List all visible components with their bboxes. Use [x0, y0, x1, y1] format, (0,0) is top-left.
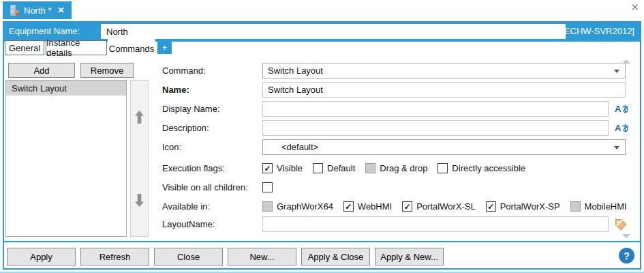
description-row: Description: A	[162, 120, 629, 136]
apply-button[interactable]: Apply	[7, 248, 76, 265]
checkbox-mobilehmi[interactable]: MobileHMI	[570, 201, 627, 212]
command-dropdown-value: Switch Layout	[268, 66, 323, 76]
layout-name-input[interactable]	[262, 216, 609, 232]
execution-flags-row: Execution flags: Visible Default Drag	[162, 160, 525, 176]
tab-commands-label: Commands	[109, 44, 154, 54]
tab-instance-details-label: Instance details	[46, 38, 106, 58]
visible-on-all-children-label: Visible on all children:	[162, 182, 262, 192]
display-name-row: Display Name: A	[162, 101, 629, 117]
description-input[interactable]	[262, 120, 609, 136]
command-row: Command: Switch Layout	[162, 63, 626, 78]
localization-icon[interactable]: A	[615, 104, 629, 113]
tab-commands[interactable]: Commands	[108, 39, 155, 58]
checkbox-label: WebHMI	[358, 201, 392, 212]
name-input[interactable]	[262, 82, 626, 98]
checkbox-box[interactable]	[570, 201, 581, 212]
checkbox-box[interactable]	[438, 163, 448, 173]
editor-window: Equipment Name: [TECHW-SVR2012] General …	[3, 21, 641, 270]
checkbox-label: PortalWorX-SP	[500, 201, 560, 212]
icon-row: Icon: <default>	[162, 139, 626, 155]
tab-instance-details[interactable]: Instance details	[46, 40, 107, 55]
checkbox-graphworx64[interactable]: GraphWorX64	[262, 201, 333, 212]
checkbox-box[interactable]	[365, 163, 375, 173]
checkbox-box[interactable]	[313, 163, 323, 173]
document-tab-title: North *	[24, 5, 51, 16]
tag-icon[interactable]	[615, 218, 627, 231]
command-dropdown[interactable]: Switch Layout	[262, 63, 626, 78]
checkbox-box[interactable]	[262, 201, 273, 212]
execution-flags-label: Execution flags:	[162, 163, 262, 173]
checkbox-label: Drag & drop	[380, 163, 427, 173]
equipment-name-input[interactable]	[101, 24, 566, 39]
checkbox-label: MobileHMI	[585, 201, 627, 212]
layout-name-label: LayoutName:	[162, 219, 262, 229]
command-label: Command:	[162, 66, 262, 76]
checkbox-box[interactable]	[262, 182, 273, 192]
help-icon[interactable]: ?	[619, 248, 634, 263]
name-label: Name:	[162, 85, 262, 95]
display-name-label: Display Name:	[162, 104, 262, 114]
close-button[interactable]: Close	[154, 248, 223, 265]
visible-on-all-children-row: Visible on all children:	[162, 179, 273, 195]
localization-icon[interactable]: A	[615, 124, 629, 132]
checkbox-default[interactable]: Default	[313, 163, 355, 173]
remove-command-button[interactable]: Remove	[80, 63, 134, 78]
checkbox-directly-accessible[interactable]: Directly accessible	[438, 163, 525, 173]
available-in-row: Available in: GraphWorX64 WebHMI Port	[162, 199, 627, 214]
display-name-input[interactable]	[262, 101, 609, 117]
checkbox-box[interactable]	[486, 201, 496, 212]
apply-and-new-button[interactable]: Apply & New...	[375, 248, 444, 265]
scroll-up-indicator[interactable]	[622, 59, 630, 63]
icon-dropdown-value: <default>	[268, 142, 318, 152]
checkbox-box[interactable]	[402, 201, 412, 212]
available-in-label: Available in:	[162, 201, 262, 212]
server-badge: [TECHW-SVR2012]	[556, 26, 634, 36]
checkbox-drag-drop[interactable]: Drag & drop	[365, 163, 427, 173]
command-form: Command: Switch Layout Name: Display Nam…	[162, 57, 640, 241]
chevron-down-icon	[614, 70, 619, 73]
checkbox-webhmi[interactable]: WebHMI	[343, 201, 392, 212]
checkbox-visible[interactable]: Visible	[262, 163, 303, 173]
equipment-building-icon	[10, 5, 19, 16]
icon-dropdown[interactable]: <default>	[262, 139, 626, 155]
add-tab-plus-icon: +	[162, 43, 167, 53]
checkbox-portalworx-sp[interactable]: PortalWorX-SP	[486, 201, 560, 212]
checkbox-label: Default	[327, 163, 355, 173]
checkbox-box[interactable]	[262, 163, 273, 173]
checkbox-label: GraphWorX64	[277, 201, 333, 212]
apply-and-close-button[interactable]: Apply & Close	[301, 248, 370, 265]
chevron-down-icon	[614, 146, 619, 149]
checkbox-label: Directly accessible	[452, 163, 525, 173]
workbench-equipment-editor: North * ✕ ✕ Equipment Name: [TECHW-SVR20…	[0, 0, 644, 273]
execution-flags-group: Visible Default Drag & drop Directl	[262, 163, 525, 173]
pane-close-icon[interactable]: ✕	[630, 2, 639, 12]
icon-label: Icon:	[162, 142, 262, 152]
document-tab-close-icon[interactable]: ✕	[57, 5, 64, 15]
name-row: Name:	[162, 82, 626, 98]
scroll-down-indicator[interactable]	[622, 234, 630, 238]
tab-general-label: General	[9, 43, 40, 53]
add-tab-button[interactable]: +	[157, 41, 172, 54]
move-down-icon[interactable]	[135, 194, 144, 207]
checkbox-label: PortalWorX-SL	[416, 201, 475, 212]
add-command-button[interactable]: Add	[8, 63, 75, 78]
footer-button-bar: Apply Refresh Close New... Apply & Close…	[4, 242, 640, 268]
list-item-label: Switch Layout	[12, 83, 67, 94]
new-button[interactable]: New...	[228, 248, 296, 265]
checkbox-visible-on-all-children[interactable]	[262, 182, 273, 192]
refresh-button[interactable]: Refresh	[80, 248, 149, 265]
layout-name-row: LayoutName:	[162, 216, 627, 232]
checkbox-label: Visible	[277, 163, 303, 173]
reorder-strip	[130, 80, 149, 237]
description-label: Description:	[162, 123, 262, 133]
commands-list[interactable]: Switch Layout	[5, 80, 127, 237]
tab-general[interactable]: General	[5, 40, 44, 55]
available-in-group: GraphWorX64 WebHMI PortalWorX-SL Po	[262, 201, 627, 212]
checkbox-portalworx-sl[interactable]: PortalWorX-SL	[402, 201, 475, 212]
document-tab-north[interactable]: North * ✕	[3, 1, 72, 19]
commands-tab-content: Add Remove Switch Layout Command:	[4, 57, 640, 241]
checkbox-box[interactable]	[343, 201, 354, 212]
list-item-switch-layout[interactable]: Switch Layout	[6, 81, 126, 96]
move-up-icon[interactable]	[135, 111, 144, 124]
equipment-name-label: Equipment Name:	[9, 26, 80, 36]
